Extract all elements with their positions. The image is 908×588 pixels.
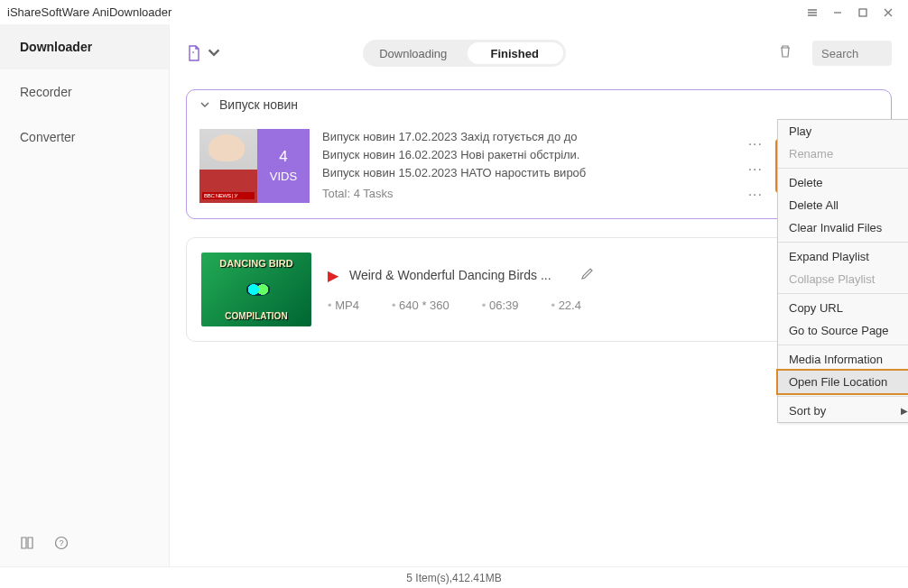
tab-finished[interactable]: Finished	[464, 47, 566, 60]
playlist-toggle[interactable]: Випуск новин	[187, 90, 891, 119]
svg-rect-0	[859, 9, 866, 16]
menu-play[interactable]: Play	[778, 120, 908, 142]
sidebar-item-label: Downloader	[20, 40, 92, 54]
context-menu: Play Rename Delete Delete All Clear Inva…	[777, 119, 908, 423]
help-icon[interactable]: ?	[54, 536, 69, 554]
sidebar-item-downloader[interactable]: Downloader	[0, 24, 169, 69]
title-bar: iShareSoftWare AniDownloader	[0, 0, 908, 24]
toolbar: Downloading Finished	[186, 35, 892, 71]
search-input[interactable]	[812, 41, 892, 66]
status-text: 5 Item(s),412.41MB	[406, 572, 501, 584]
menu-rename: Rename	[778, 142, 908, 165]
menu-source-page[interactable]: Go to Source Page	[778, 319, 908, 342]
more-icon[interactable]: ...	[748, 158, 763, 174]
sidebar: Downloader Recorder Converter ?	[0, 24, 170, 566]
sidebar-item-recorder[interactable]: Recorder	[0, 69, 169, 115]
video-thumbnail: DANCING BIRD COMPILATION	[201, 253, 311, 326]
status-tabs: Downloading Finished	[363, 40, 566, 67]
chevron-down-icon	[206, 45, 222, 61]
menu-open-file-location[interactable]: Open File Location	[776, 369, 908, 395]
menu-clear-invalid[interactable]: Clear Invalid Files	[778, 216, 908, 239]
sidebar-item-label: Converter	[20, 130, 75, 144]
minimize-icon[interactable]	[825, 3, 850, 23]
close-icon[interactable]	[876, 3, 901, 23]
menu-expand-playlist[interactable]: Expand Playlist	[778, 245, 908, 268]
svg-text:?: ?	[59, 538, 63, 547]
book-icon[interactable]	[20, 536, 34, 554]
more-icon[interactable]: ...	[748, 183, 763, 199]
menu-copy-url[interactable]: Copy URL	[778, 297, 908, 319]
more-icon[interactable]: ...	[748, 133, 763, 149]
chevron-down-icon	[199, 99, 210, 110]
menu-delete[interactable]: Delete	[778, 171, 908, 194]
add-button[interactable]	[186, 45, 222, 61]
content-area: Downloading Finished Випуск новин 4	[170, 24, 908, 566]
playlist-title: Випуск новин	[219, 97, 298, 112]
menu-media-info[interactable]: Media Information	[778, 348, 908, 371]
edit-icon[interactable]	[580, 267, 594, 283]
menu-sort-by[interactable]: Sort by▶	[778, 400, 908, 422]
sidebar-item-converter[interactable]: Converter	[0, 115, 169, 160]
video-meta: MP4 640 * 360 06:39 22.4	[328, 299, 775, 312]
app-title: iShareSoftWare AniDownloader	[7, 5, 171, 19]
menu-collapse-playlist: Collapse Playlist	[778, 268, 908, 290]
trash-icon[interactable]	[778, 44, 792, 62]
add-file-icon	[186, 45, 202, 61]
chevron-right-icon: ▶	[901, 406, 908, 416]
youtube-icon: ▶	[328, 267, 338, 284]
playlist-thumbnail: 4 VIDS	[199, 129, 310, 203]
tab-downloading[interactable]: Downloading	[363, 47, 465, 60]
status-bar: 5 Item(s),412.41MB	[0, 566, 908, 588]
sidebar-item-label: Recorder	[20, 85, 72, 99]
menu-icon[interactable]	[800, 3, 825, 23]
menu-delete-all[interactable]: Delete All	[778, 194, 908, 216]
maximize-icon[interactable]	[850, 3, 876, 23]
video-title: Weird & Wonderful Dancing Birds ...	[349, 268, 551, 282]
playlist-lines: Випуск новин 17.02.2023 Захід готується …	[322, 128, 736, 204]
vids-badge: 4 VIDS	[257, 129, 310, 203]
